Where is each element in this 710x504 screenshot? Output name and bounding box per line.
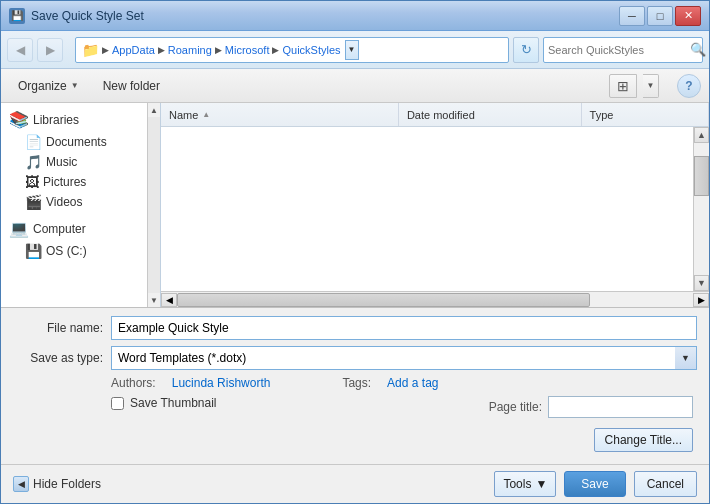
view-button[interactable]: ⊞ (609, 74, 637, 98)
tags-label: Tags: (342, 376, 371, 390)
back-button[interactable]: ◀ (7, 38, 33, 62)
sort-arrow-name: ▲ (202, 110, 210, 119)
organize-label: Organize (18, 79, 67, 93)
pictures-icon: 🖼 (25, 174, 39, 190)
sidebar-group-computer: 💻 Computer 💾 OS (C:) (1, 216, 147, 261)
tools-button[interactable]: Tools ▼ (494, 471, 556, 497)
action-buttons: Tools ▼ Save Cancel (494, 471, 697, 497)
sidebar-scrollbar: ▲ ▼ (147, 103, 160, 307)
file-area: Name ▲ Date modified Type ▲ (161, 103, 709, 307)
file-name-input[interactable] (111, 316, 697, 340)
sidebar-scroll-track (148, 117, 160, 293)
file-name-label: File name: (13, 321, 103, 335)
new-folder-button[interactable]: New folder (94, 74, 169, 98)
tools-label: Tools (503, 477, 531, 491)
forward-button[interactable]: ▶ (37, 38, 63, 62)
search-input[interactable] (548, 44, 686, 56)
libraries-icon: 📚 (9, 110, 29, 129)
h-scroll-right[interactable]: ▶ (693, 293, 709, 307)
view-dropdown-button[interactable]: ▼ (643, 74, 659, 98)
h-scroll-track (177, 293, 693, 307)
page-title-label: Page title: (489, 400, 542, 414)
os-c-label: OS (C:) (46, 244, 87, 258)
organize-dropdown-icon: ▼ (71, 81, 79, 90)
breadcrumb-quickstyles[interactable]: QuickStyles (282, 44, 340, 56)
breadcrumb-arrow-3: ▶ (215, 45, 222, 55)
sidebar: 📚 Libraries 📄 Documents 🎵 Music 🖼 Pictur… (1, 103, 147, 307)
hide-folders-button[interactable]: ◀ Hide Folders (13, 476, 101, 492)
hide-folders-icon: ◀ (13, 476, 29, 492)
scroll-up-button[interactable]: ▲ (694, 127, 709, 143)
save-thumbnail-label: Save Thumbnail (130, 396, 217, 410)
page-title-input[interactable] (548, 396, 693, 418)
file-list-header: Name ▲ Date modified Type (161, 103, 709, 127)
toolbar: Organize ▼ New folder ⊞ ▼ ? (1, 69, 709, 103)
authors-value[interactable]: Lucinda Rishworth (172, 376, 271, 390)
save-as-type-row: Save as type: Word Templates (*.dotx) ▼ (13, 346, 697, 370)
column-header-type[interactable]: Type (582, 103, 709, 126)
window-controls: ─ □ ✕ (619, 6, 701, 26)
breadcrumb-microsoft[interactable]: Microsoft (225, 44, 270, 56)
title-bar: 💾 Save Quick Style Set ─ □ ✕ (1, 1, 709, 31)
nav-bar: ◀ ▶ 📁 ▶ AppData ▶ Roaming ▶ Microsoft ▶ … (1, 31, 709, 69)
horizontal-scrollbar: ◀ ▶ (161, 291, 709, 307)
organize-button[interactable]: Organize ▼ (9, 74, 88, 98)
save-dialog-window: 💾 Save Quick Style Set ─ □ ✕ ◀ ▶ 📁 ▶ App… (0, 0, 710, 504)
search-icon: 🔍 (690, 42, 706, 57)
sidebar-item-music[interactable]: 🎵 Music (1, 152, 147, 172)
pictures-label: Pictures (43, 175, 86, 189)
videos-label: Videos (46, 195, 82, 209)
tools-dropdown-icon: ▼ (535, 477, 547, 491)
new-folder-label: New folder (103, 79, 160, 93)
sidebar-scroll-down[interactable]: ▼ (148, 293, 160, 307)
sidebar-item-documents[interactable]: 📄 Documents (1, 132, 147, 152)
breadcrumb-bar: 📁 ▶ AppData ▶ Roaming ▶ Microsoft ▶ Quic… (75, 37, 509, 63)
change-title-button[interactable]: Change Title... (594, 428, 693, 452)
help-button[interactable]: ? (677, 74, 701, 98)
breadcrumb-roaming[interactable]: Roaming (168, 44, 212, 56)
sidebar-group-libraries: 📚 Libraries 📄 Documents 🎵 Music 🖼 Pictur… (1, 107, 147, 212)
cancel-button[interactable]: Cancel (634, 471, 697, 497)
window-icon: 💾 (9, 8, 25, 24)
sidebar-item-os-c[interactable]: 💾 OS (C:) (1, 241, 147, 261)
column-header-date[interactable]: Date modified (399, 103, 582, 126)
sidebar-item-videos[interactable]: 🎬 Videos (1, 192, 147, 212)
breadcrumb-appdata[interactable]: AppData (112, 44, 155, 56)
music-label: Music (46, 155, 77, 169)
vertical-scrollbar: ▲ ▼ (693, 127, 709, 291)
scroll-track (694, 143, 709, 275)
sidebar-computer-header[interactable]: 💻 Computer (1, 216, 147, 241)
breadcrumb-dropdown-button[interactable]: ▼ (345, 40, 359, 60)
column-header-name[interactable]: Name ▲ (161, 103, 399, 126)
form-area: File name: Save as type: Word Templates … (1, 307, 709, 464)
save-as-select[interactable]: Word Templates (*.dotx) (111, 346, 697, 370)
refresh-button[interactable]: ↻ (513, 37, 539, 63)
sidebar-item-pictures[interactable]: 🖼 Pictures (1, 172, 147, 192)
scroll-down-button[interactable]: ▼ (694, 275, 709, 291)
sidebar-scroll-up[interactable]: ▲ (148, 103, 160, 117)
back-icon: ◀ (16, 43, 25, 57)
sidebar-libraries-header[interactable]: 📚 Libraries (1, 107, 147, 132)
videos-icon: 🎬 (25, 194, 42, 210)
h-scroll-left[interactable]: ◀ (161, 293, 177, 307)
save-thumbnail-row: Save Thumbnail (13, 396, 217, 410)
file-name-row: File name: (13, 316, 697, 340)
hide-folders-label: Hide Folders (33, 477, 101, 491)
search-bar: 🔍 (543, 37, 703, 63)
close-button[interactable]: ✕ (675, 6, 701, 26)
file-list-content (161, 127, 693, 291)
maximize-button[interactable]: □ (647, 6, 673, 26)
drive-icon: 💾 (25, 243, 42, 259)
h-scroll-thumb (177, 293, 590, 307)
help-icon: ? (685, 79, 692, 93)
computer-icon: 💻 (9, 219, 29, 238)
save-button[interactable]: Save (564, 471, 625, 497)
save-as-wrapper: Word Templates (*.dotx) ▼ (111, 346, 697, 370)
scroll-thumb (694, 156, 709, 196)
authors-tags-row: Authors: Lucinda Rishworth Tags: Add a t… (13, 376, 697, 390)
tags-value[interactable]: Add a tag (387, 376, 438, 390)
save-thumbnail-checkbox[interactable] (111, 397, 124, 410)
breadcrumb-arrow-4: ▶ (272, 45, 279, 55)
minimize-button[interactable]: ─ (619, 6, 645, 26)
window-title: Save Quick Style Set (31, 9, 619, 23)
